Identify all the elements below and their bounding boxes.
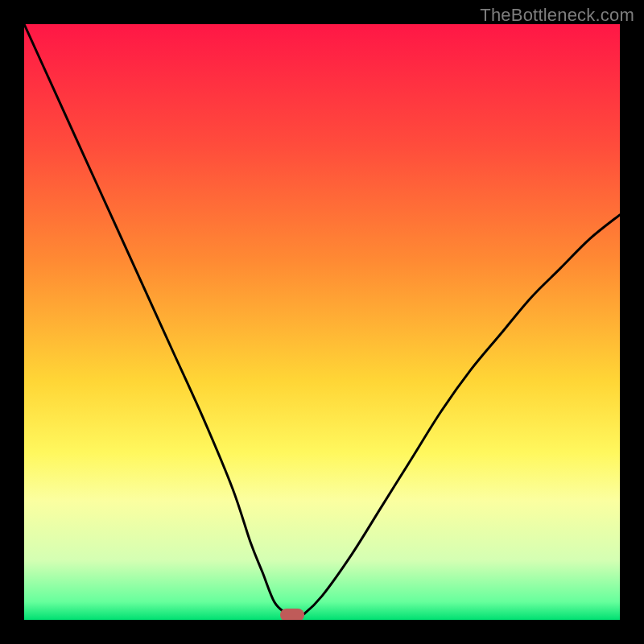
minimum-marker-icon bbox=[280, 609, 304, 620]
gradient-background bbox=[24, 24, 620, 620]
watermark-text: TheBottleneck.com bbox=[480, 5, 634, 26]
chart-frame: TheBottleneck.com bbox=[0, 0, 644, 644]
plot-area bbox=[24, 24, 620, 620]
chart-svg bbox=[24, 24, 620, 620]
